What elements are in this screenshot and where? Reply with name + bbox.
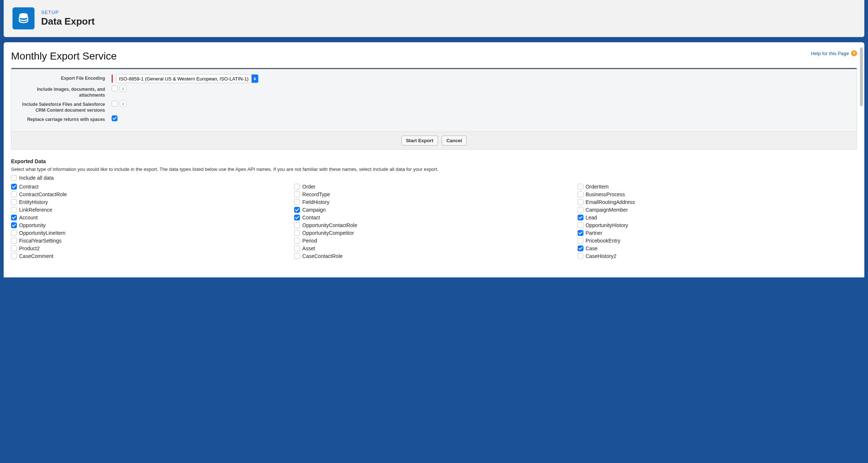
data-type-checkbox[interactable] <box>11 184 17 190</box>
data-type-label: Campaign <box>302 207 326 213</box>
settings-box: Export File Encoding ISO-8859-1 (General… <box>11 68 857 150</box>
data-type-checkbox[interactable] <box>294 215 300 220</box>
data-type-checkbox[interactable] <box>578 222 583 228</box>
data-type-label: CampaignMember <box>586 207 628 213</box>
data-type-label: Contract <box>19 184 39 190</box>
replace-cr-label: Replace carriage returns with spaces <box>18 115 112 123</box>
encoding-select[interactable]: ISO-8859-1 (General US & Western Europea… <box>116 74 258 83</box>
data-type-item: OpportunityHistory <box>578 222 857 228</box>
data-type-item: Lead <box>578 215 857 220</box>
data-type-label: OpportunityHistory <box>586 222 628 228</box>
data-type-label: LinkReference <box>19 207 52 213</box>
replace-cr-checkbox[interactable] <box>112 115 117 121</box>
info-icon[interactable]: i <box>120 85 126 92</box>
encoding-label: Export File Encoding <box>18 74 112 82</box>
data-type-checkbox[interactable] <box>578 199 583 205</box>
data-type-label: OpportunityLineItem <box>19 230 65 236</box>
data-type-item: FieldHistory <box>294 199 574 205</box>
data-type-checkbox[interactable] <box>578 253 583 259</box>
data-type-checkbox[interactable] <box>578 245 583 251</box>
data-type-label: Account <box>19 215 38 220</box>
button-bar: Start Export Cancel <box>11 132 857 149</box>
data-type-checkbox[interactable] <box>578 215 583 220</box>
data-type-checkbox[interactable] <box>294 207 300 213</box>
data-type-checkbox[interactable] <box>578 207 583 213</box>
encoding-select-input[interactable]: ISO-8859-1 (General US & Western Europea… <box>117 75 252 82</box>
scrollbar[interactable] <box>860 47 863 106</box>
data-type-item: Order <box>294 184 574 190</box>
data-type-checkbox[interactable] <box>294 199 300 205</box>
data-type-grid: ContractOrderOrderItemContractContactRol… <box>11 184 857 259</box>
data-type-label: FiscalYearSettings <box>19 238 61 244</box>
data-type-item: PricebookEntry <box>578 238 857 244</box>
data-type-label: Contact <box>302 215 320 220</box>
data-type-label: Asset <box>302 245 315 251</box>
data-type-label: CaseContactRole <box>302 253 343 259</box>
data-type-label: Lead <box>586 215 597 220</box>
data-type-item: CampaignMember <box>578 207 857 213</box>
exported-data-description: Select what type of information you woul… <box>11 166 857 172</box>
data-type-item: CaseComment <box>11 253 290 259</box>
data-type-checkbox[interactable] <box>11 215 17 220</box>
info-icon[interactable]: i <box>120 100 126 107</box>
data-type-label: CaseHistory2 <box>586 253 616 259</box>
required-indicator <box>112 75 113 83</box>
data-type-label: BusinessProcess <box>586 191 625 197</box>
data-type-checkbox[interactable] <box>294 238 300 244</box>
cancel-button[interactable]: Cancel <box>442 136 467 146</box>
data-type-label: Opportunity <box>19 222 46 228</box>
data-type-checkbox[interactable] <box>11 222 17 228</box>
data-type-checkbox[interactable] <box>11 238 17 244</box>
data-type-checkbox[interactable] <box>11 199 17 205</box>
data-type-label: EntityHistory <box>19 199 48 205</box>
data-type-item: OpportunityContactRole <box>294 222 574 228</box>
data-type-checkbox[interactable] <box>294 184 300 190</box>
data-type-item: Contact <box>294 215 574 220</box>
data-type-checkbox[interactable] <box>11 253 17 259</box>
data-type-label: FieldHistory <box>302 199 329 205</box>
data-type-item: CaseContactRole <box>294 253 574 259</box>
data-type-label: OrderItem <box>586 184 609 190</box>
start-export-button[interactable]: Start Export <box>401 136 438 146</box>
data-type-item: Product2 <box>11 245 290 251</box>
help-link[interactable]: Help for this Page ? <box>811 50 857 56</box>
data-type-checkbox[interactable] <box>294 253 300 259</box>
data-type-item: OpportunityLineItem <box>11 230 290 236</box>
setup-label: SETUP <box>41 10 95 15</box>
data-type-item: Campaign <box>294 207 574 213</box>
data-type-checkbox[interactable] <box>294 222 300 228</box>
data-type-item: Period <box>294 238 574 244</box>
data-type-item: ContractContactRole <box>11 191 290 197</box>
data-type-item: EntityHistory <box>11 199 290 205</box>
include-images-checkbox[interactable] <box>112 86 117 91</box>
exported-data-section: Exported Data Select what type of inform… <box>11 151 857 259</box>
data-type-checkbox[interactable] <box>11 230 17 236</box>
data-type-checkbox[interactable] <box>294 230 300 236</box>
content-panel: Monthly Export Service Help for this Pag… <box>4 42 864 277</box>
data-type-item: FiscalYearSettings <box>11 238 290 244</box>
data-type-label: OpportunityContactRole <box>302 222 357 228</box>
data-type-label: CaseComment <box>19 253 53 259</box>
data-type-label: EmailRoutingAddress <box>586 199 635 205</box>
help-link-text: Help for this Page <box>811 51 849 56</box>
data-type-item: Opportunity <box>11 222 290 228</box>
data-type-item: LinkReference <box>11 207 290 213</box>
data-type-label: Period <box>302 238 317 244</box>
data-type-checkbox[interactable] <box>578 184 583 190</box>
data-type-checkbox[interactable] <box>294 245 300 251</box>
data-type-checkbox[interactable] <box>294 191 300 197</box>
data-type-checkbox[interactable] <box>578 191 583 197</box>
data-type-label: PricebookEntry <box>586 238 621 244</box>
data-type-checkbox[interactable] <box>11 191 17 197</box>
include-files-checkbox[interactable] <box>112 101 117 107</box>
data-type-checkbox[interactable] <box>11 245 17 251</box>
include-images-label: Include images, documents, and attachmen… <box>18 85 112 98</box>
data-type-item: CaseHistory2 <box>578 253 857 259</box>
data-type-item: BusinessProcess <box>578 191 857 197</box>
data-type-checkbox[interactable] <box>578 230 583 236</box>
data-type-checkbox[interactable] <box>11 207 17 213</box>
exported-data-title: Exported Data <box>11 158 857 164</box>
data-type-label: Partner <box>586 230 603 236</box>
include-all-checkbox[interactable] <box>11 175 17 181</box>
data-type-checkbox[interactable] <box>578 238 583 244</box>
